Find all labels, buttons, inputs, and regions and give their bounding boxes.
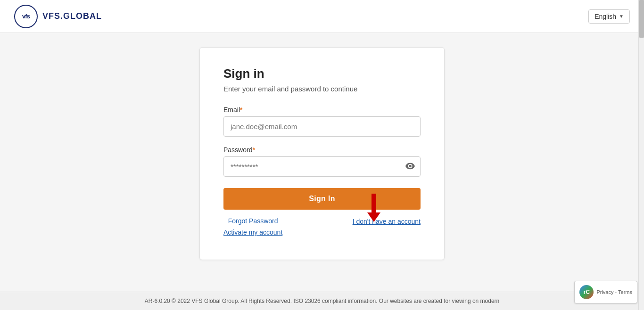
page-subtitle: Enter your email and password to continu… [223, 85, 421, 93]
main-content: Sign in Enter your email and password to… [0, 33, 644, 292]
password-wrapper [223, 156, 421, 177]
footer-text: AR-6.0.20 © 2022 VFS Global Group. All R… [145, 298, 500, 304]
chevron-down-icon: ▼ [619, 14, 624, 19]
password-input[interactable] [223, 156, 421, 177]
recaptcha-text: Privacy - Terms [596, 289, 632, 295]
logo-text: VFS.GLOBAL [42, 11, 102, 21]
scrollbar-track[interactable] [638, 0, 644, 310]
language-selector[interactable]: English ▼ [588, 9, 630, 24]
scrollbar-thumb[interactable] [639, 0, 644, 38]
header: vfs VFS.GLOBAL English ▼ [0, 0, 644, 33]
activate-account-link[interactable]: Activate my account [223, 228, 282, 236]
arrow-head [367, 212, 380, 222]
left-links: Forgot Password Activate my account [223, 217, 282, 236]
links-row: Forgot Password Activate my account I do… [223, 217, 421, 236]
password-label: Password* [223, 146, 421, 154]
password-group: Password* [223, 146, 421, 177]
recaptcha-badge: rC Privacy - Terms [574, 281, 637, 303]
toggle-password-icon[interactable] [405, 162, 415, 171]
email-required-star: * [240, 106, 242, 114]
logo-area: vfs VFS.GLOBAL [14, 5, 102, 28]
page-title: Sign in [223, 66, 421, 81]
arrow-body [372, 194, 376, 212]
email-label: Email* [223, 106, 421, 114]
forgot-password-link[interactable]: Forgot Password [223, 217, 282, 225]
email-group: Email* [223, 106, 421, 137]
password-required-star: * [252, 146, 255, 154]
right-links: I don't have an account [353, 217, 421, 236]
language-label: English [594, 13, 616, 20]
sign-in-card: Sign in Enter your email and password to… [199, 47, 445, 260]
footer: AR-6.0.20 © 2022 VFS Global Group. All R… [0, 292, 644, 310]
email-input[interactable] [223, 116, 421, 137]
recaptcha-logo: rC [579, 285, 594, 299]
no-account-link[interactable]: I don't have an account [353, 218, 421, 225]
logo-icon: vfs [14, 5, 38, 28]
sign-in-button[interactable]: Sign In [223, 188, 421, 210]
red-arrow-annotation [367, 194, 380, 222]
